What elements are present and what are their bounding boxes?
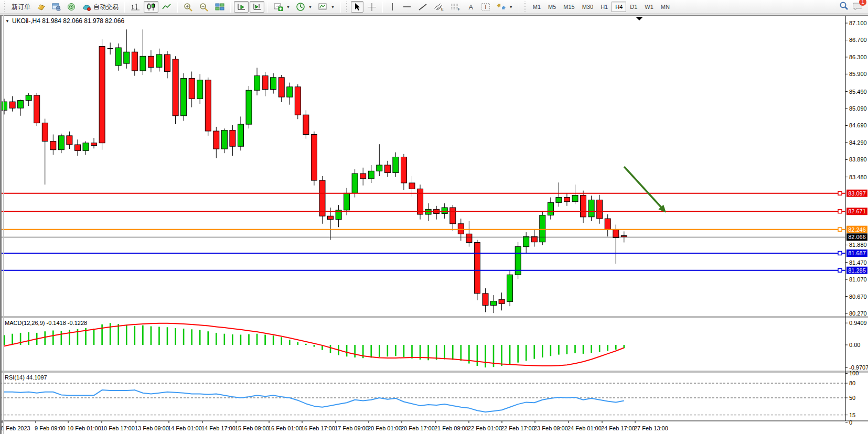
signals-icon[interactable] xyxy=(65,1,79,13)
candle[interactable] xyxy=(115,44,121,71)
chart-shift-button[interactable] xyxy=(250,1,264,13)
candle[interactable] xyxy=(67,132,72,149)
candle[interactable] xyxy=(99,39,105,150)
candle[interactable] xyxy=(605,214,610,236)
bar-chart-button[interactable] xyxy=(128,1,143,13)
candle[interactable] xyxy=(319,176,325,224)
trendline-tool[interactable] xyxy=(415,1,430,13)
candle[interactable] xyxy=(165,51,170,79)
candle[interactable] xyxy=(189,72,195,107)
candle[interactable] xyxy=(540,211,545,245)
equidistant-channel-tool[interactable]: E xyxy=(431,1,447,13)
candle[interactable] xyxy=(91,138,97,148)
candle[interactable] xyxy=(401,154,407,190)
candle[interactable] xyxy=(156,49,162,72)
toolbar-drag-handle[interactable] xyxy=(4,2,6,12)
candle[interactable] xyxy=(564,193,570,205)
candle[interactable] xyxy=(287,83,293,105)
candle[interactable] xyxy=(42,119,48,185)
candle[interactable] xyxy=(597,195,603,224)
candle[interactable] xyxy=(197,74,203,104)
toolbar-drag-handle[interactable] xyxy=(346,2,348,12)
candle[interactable] xyxy=(295,84,301,120)
candle[interactable] xyxy=(262,72,268,96)
toolbar-drag-handle[interactable] xyxy=(524,2,527,12)
candle[interactable] xyxy=(507,270,513,306)
crosshair-tool-button[interactable] xyxy=(365,1,379,13)
cursor-tool-button[interactable] xyxy=(351,1,363,13)
candle[interactable] xyxy=(483,288,488,312)
candle[interactable] xyxy=(515,242,521,279)
candle[interactable] xyxy=(9,96,15,112)
candle[interactable] xyxy=(360,168,366,186)
candle[interactable] xyxy=(124,29,130,69)
candle[interactable] xyxy=(384,161,390,177)
timeframe-w1[interactable]: W1 xyxy=(641,2,657,12)
text-tool[interactable]: A xyxy=(465,1,477,13)
candle[interactable] xyxy=(181,73,187,121)
timeframe-m15[interactable]: M15 xyxy=(560,2,578,12)
candle[interactable] xyxy=(58,134,64,153)
candle[interactable] xyxy=(303,110,309,138)
candle[interactable] xyxy=(556,182,562,207)
candle[interactable] xyxy=(230,125,235,156)
candle[interactable] xyxy=(613,225,619,264)
candle[interactable] xyxy=(588,196,594,221)
candle[interactable] xyxy=(221,128,227,153)
text-label-tool[interactable]: T xyxy=(478,1,493,13)
candle[interactable] xyxy=(425,203,431,221)
candle[interactable] xyxy=(393,153,399,177)
candle[interactable] xyxy=(148,50,154,72)
line-handle[interactable] xyxy=(838,191,842,195)
candle[interactable] xyxy=(548,198,553,220)
candle[interactable] xyxy=(140,29,146,75)
candle[interactable] xyxy=(238,116,244,150)
line-handle[interactable] xyxy=(838,227,842,231)
candle[interactable] xyxy=(26,93,31,106)
candlestick-chart-button[interactable] xyxy=(144,1,158,13)
candle[interactable] xyxy=(254,68,260,95)
candle[interactable] xyxy=(499,292,505,310)
timeframe-mn[interactable]: MN xyxy=(657,2,673,12)
candle[interactable] xyxy=(581,191,586,223)
candle[interactable] xyxy=(311,132,317,186)
timeframe-d1[interactable]: D1 xyxy=(626,2,641,12)
timeframe-m5[interactable]: M5 xyxy=(544,2,560,12)
timeframe-h1[interactable]: H1 xyxy=(597,2,612,12)
search-button[interactable] xyxy=(839,1,849,13)
fibonacci-tool[interactable]: F xyxy=(448,1,464,13)
candle[interactable] xyxy=(377,144,382,176)
candle[interactable] xyxy=(466,221,472,247)
candle[interactable] xyxy=(271,73,276,94)
candle[interactable] xyxy=(328,208,334,240)
candle[interactable] xyxy=(34,93,40,126)
market-watch-icon[interactable] xyxy=(34,1,48,13)
indicators-button[interactable]: ▼ xyxy=(316,1,337,13)
candle[interactable] xyxy=(50,135,56,155)
line-handle[interactable] xyxy=(838,252,842,255)
new-order-button[interactable]: 新订单 xyxy=(9,1,33,13)
candle[interactable] xyxy=(132,49,137,76)
zoom-in-button[interactable] xyxy=(181,1,196,13)
autotrading-button[interactable]: 自动交易 xyxy=(80,1,121,13)
candle[interactable] xyxy=(336,205,341,227)
candle[interactable] xyxy=(450,205,456,231)
zoom-out-button[interactable] xyxy=(197,1,211,13)
candle[interactable] xyxy=(368,165,374,183)
new-chart-button[interactable]: ▼ xyxy=(271,1,293,13)
candle[interactable] xyxy=(246,86,252,128)
navigator-icon[interactable] xyxy=(49,1,63,13)
candle[interactable] xyxy=(108,42,113,55)
candle[interactable] xyxy=(434,206,440,220)
candle[interactable] xyxy=(213,127,219,158)
line-chart-button[interactable] xyxy=(159,1,174,13)
timeframe-m30[interactable]: M30 xyxy=(578,2,597,12)
candle[interactable] xyxy=(491,295,497,313)
arrows-tool[interactable]: ▼ xyxy=(494,1,516,13)
timeframe-m1[interactable]: M1 xyxy=(529,2,544,12)
periods-button[interactable]: ▼ xyxy=(294,1,315,13)
candle[interactable] xyxy=(417,185,423,220)
tile-windows-button[interactable] xyxy=(212,1,227,13)
timeframe-h4[interactable]: H4 xyxy=(612,2,626,12)
auto-scroll-button[interactable] xyxy=(234,1,249,13)
